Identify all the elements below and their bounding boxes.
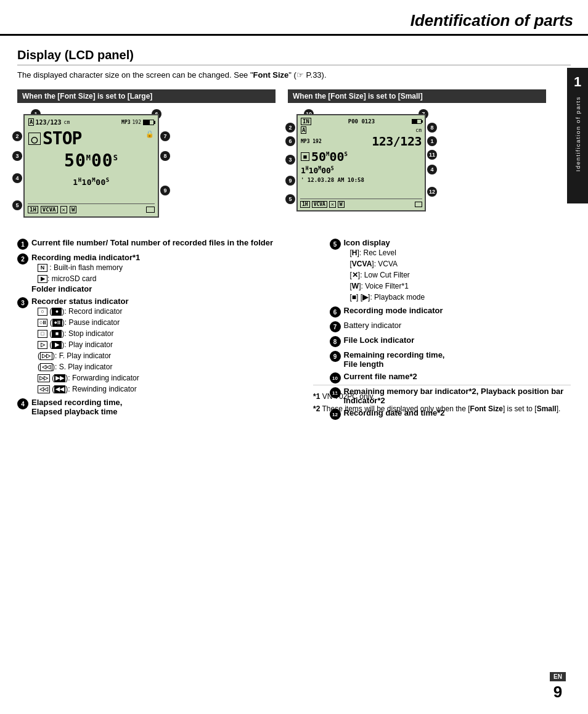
desc-num-7: 7	[330, 321, 341, 332]
callout-2b: 2	[285, 123, 295, 133]
diagram-large: 1 6 2 7 3 8 4 9 5	[17, 109, 276, 220]
side-tab-text: Identification of parts	[574, 96, 581, 171]
callout-4b: 4	[427, 165, 437, 174]
desc-num-6: 6	[330, 306, 341, 318]
desc-text-5: Icon display [H]: Rec Level [VCVA]: VCVA…	[344, 238, 571, 303]
desc-item-5: 5 Icon display [H]: Rec Level [VCVA]: VC…	[330, 238, 571, 303]
desc-item-1: 1 Current file number/ Total number of r…	[17, 238, 312, 250]
callout-2: 2	[12, 131, 22, 141]
desc-text-6: Recording mode indicator	[344, 306, 571, 315]
page-header: Identification of parts	[0, 0, 588, 36]
desc-text-2: Recording media indicator*1 N : Built-in…	[31, 253, 312, 293]
page-number: 9	[553, 683, 562, 702]
desc-text-8: File Lock indicator	[344, 335, 571, 345]
side-tab-number: 1	[574, 74, 581, 90]
callout-8b: 8	[427, 123, 437, 133]
desc-item-8: 8 File Lock indicator	[330, 335, 571, 347]
section-title: Display (LCD panel)	[17, 48, 571, 65]
callout-12: 12	[427, 187, 437, 197]
desc-num-2: 2	[17, 253, 28, 265]
callout-7: 7	[160, 131, 170, 141]
desc-text-4: Elapsed recording time,Elapsed playback …	[31, 398, 312, 416]
desc-item-2: 2 Recording media indicator*1 N : Built-…	[17, 253, 312, 293]
desc-item-6: 6 Recording mode indicator	[330, 306, 571, 318]
callout-9b: 9	[285, 176, 295, 186]
desc-columns: 1 Current file number/ Total number of r…	[17, 238, 571, 422]
callout-8: 8	[160, 151, 170, 161]
callout-5: 5	[12, 200, 22, 210]
callout-1b: 1	[427, 136, 437, 146]
callout-11: 11	[427, 150, 437, 160]
callout-4: 4	[12, 173, 22, 183]
side-tab: 1 Identification of parts	[567, 68, 588, 203]
page-title: Identification of parts	[410, 11, 573, 30]
desc-text-7: Battery indicator	[344, 321, 571, 330]
lcd-screen-large: A 123/123 cm MP3 192	[23, 114, 159, 218]
desc-text-10: Current file name*2	[344, 372, 571, 381]
desc-text-1: Current file number/ Total number of rec…	[31, 238, 312, 247]
footnote-2: *2 These items will be displayed only wh…	[313, 403, 571, 415]
desc-text-9: Remaining recording time,File length	[344, 350, 571, 369]
column-small: When the [Font Size] is set to [Small] 1…	[288, 89, 571, 228]
panel-columns: When the [Font Size] is set to [Large] 1…	[17, 89, 571, 228]
column-large: When the [Font Size] is set to [Large] 1…	[17, 89, 276, 228]
desc-num-9: 9	[330, 351, 341, 362]
panel-small-label: When the [Font Size] is set to [Small]	[288, 89, 546, 103]
lcd-screen-small: IN P00 0123 A cm	[296, 114, 426, 211]
diagram-small: 10 7 2 8 6 1 3 11 4	[288, 109, 546, 213]
panel-large-label: When the [Font Size] is set to [Large]	[17, 89, 276, 103]
callout-9: 9	[160, 186, 170, 195]
desc-num-8: 8	[330, 336, 341, 347]
desc-num-1: 1	[17, 239, 28, 250]
desc-item-3: 3 Recorder status indicator ○ (●): Recor…	[17, 297, 312, 395]
desc-left: 1 Current file number/ Total number of r…	[17, 238, 312, 422]
desc-item-7: 7 Battery indicator	[330, 321, 571, 332]
callout-5b: 5	[285, 194, 295, 204]
intro-text: The displayed character size on the scre…	[17, 70, 571, 80]
en-label: EN	[550, 672, 566, 681]
page-footer: EN 9	[550, 672, 566, 702]
desc-text-3: Recorder status indicator ○ (●): Record …	[31, 297, 312, 395]
desc-item-4: 4 Elapsed recording time,Elapsed playbac…	[17, 398, 312, 416]
callout-3: 3	[12, 151, 22, 161]
callout-6b: 6	[285, 136, 295, 146]
desc-num-3: 3	[17, 297, 28, 308]
desc-num-4: 4	[17, 398, 28, 409]
desc-num-5: 5	[330, 239, 341, 250]
desc-item-9: 9 Remaining recording time,File length	[330, 350, 571, 369]
callout-3b: 3	[285, 155, 295, 165]
desc-item-10: 10 Current file name*2	[330, 372, 571, 384]
desc-num-10: 10	[330, 372, 341, 384]
main-content: Display (LCD panel) The displayed charac…	[0, 36, 588, 428]
